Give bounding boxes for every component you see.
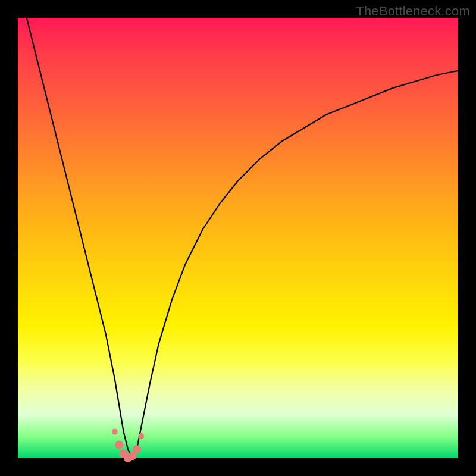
plot-area [18,18,458,458]
curve-marker [133,445,141,453]
attribution-watermark: TheBottleneck.com [356,4,470,19]
chart-frame: TheBottleneck.com [0,0,476,476]
curve-marker [138,433,144,439]
curve-marker [115,441,123,449]
curve-layer [18,18,458,458]
bottleneck-curve [27,18,458,458]
curve-marker [112,429,118,435]
